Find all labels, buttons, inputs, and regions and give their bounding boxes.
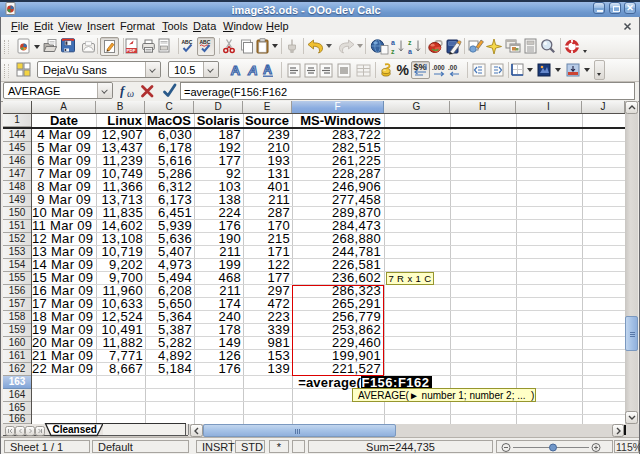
svg-text:ω: ω [127,88,134,99]
svg-text:.000: .000 [432,64,445,71]
svg-text:A: A [247,63,258,78]
svg-text:Cleansed: Cleansed [53,424,97,435]
svg-text:A: A [231,63,241,78]
svg-text:A: A [263,63,272,77]
svg-text:.00: .00 [448,64,457,71]
svg-text:$%: $% [414,62,427,72]
svg-text:PDF: PDF [127,48,136,53]
svg-text:a: a [391,39,395,46]
svg-text:f: f [120,84,126,98]
svg-text:a: a [408,48,412,55]
svg-text:%: % [397,63,410,77]
svg-text:z: z [408,39,412,46]
svg-text:ABC: ABC [200,39,211,45]
svg-text:z: z [391,48,395,55]
